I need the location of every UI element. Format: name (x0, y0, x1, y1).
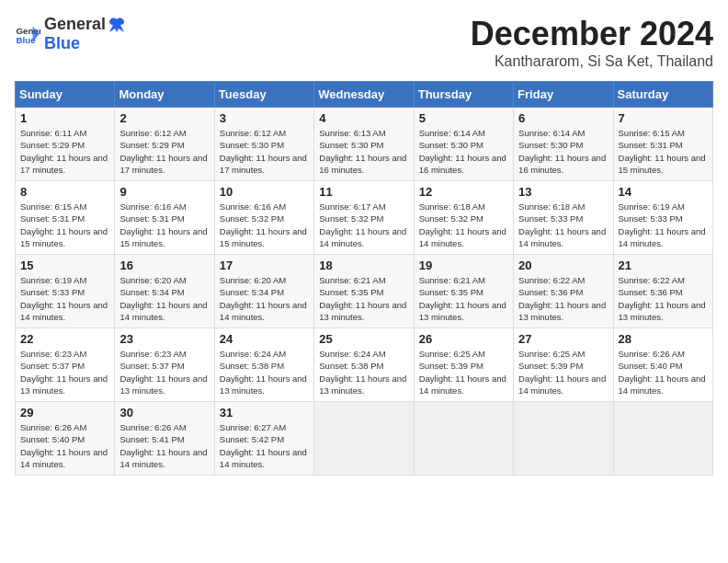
day-number: 12 (419, 185, 508, 199)
month-title: December 2024 (471, 15, 713, 53)
calendar-week-row: 22 Sunrise: 6:23 AM Sunset: 5:37 PM Dayl… (16, 328, 713, 402)
day-info: Sunrise: 6:16 AM Sunset: 5:31 PM Dayligh… (119, 201, 209, 249)
day-number: 9 (119, 185, 209, 199)
calendar-day-cell: 9 Sunrise: 6:16 AM Sunset: 5:31 PM Dayli… (115, 181, 214, 255)
calendar-day-cell: 7 Sunrise: 6:15 AM Sunset: 5:31 PM Dayli… (613, 108, 712, 181)
day-number: 25 (319, 332, 408, 346)
day-number: 17 (220, 259, 309, 272)
weekday-header-friday: Friday (514, 82, 613, 108)
calendar-day-cell: 24 Sunrise: 6:24 AM Sunset: 5:38 PM Dayl… (214, 328, 313, 402)
day-info: Sunrise: 6:18 AM Sunset: 5:33 PM Dayligh… (518, 201, 608, 249)
day-number: 27 (518, 332, 608, 346)
calendar-week-row: 15 Sunrise: 6:19 AM Sunset: 5:33 PM Dayl… (16, 255, 713, 328)
calendar-day-cell: 27 Sunrise: 6:25 AM Sunset: 5:39 PM Dayl… (514, 328, 613, 402)
day-info: Sunrise: 6:15 AM Sunset: 5:31 PM Dayligh… (619, 127, 708, 176)
calendar-day-cell: 6 Sunrise: 6:14 AM Sunset: 5:30 PM Dayli… (514, 108, 613, 181)
weekday-header-sunday: Sunday (16, 82, 115, 108)
day-info: Sunrise: 6:16 AM Sunset: 5:32 PM Dayligh… (220, 201, 309, 249)
calendar-week-row: 8 Sunrise: 6:15 AM Sunset: 5:31 PM Dayli… (16, 181, 713, 255)
calendar-day-cell: 15 Sunrise: 6:19 AM Sunset: 5:33 PM Dayl… (16, 255, 115, 328)
calendar-day-cell: 26 Sunrise: 6:25 AM Sunset: 5:39 PM Dayl… (414, 328, 513, 402)
day-number: 28 (619, 332, 708, 346)
weekday-header-thursday: Thursday (414, 82, 513, 108)
day-info: Sunrise: 6:20 AM Sunset: 5:34 PM Dayligh… (220, 274, 309, 323)
day-number: 24 (220, 332, 309, 346)
calendar-day-cell: 28 Sunrise: 6:26 AM Sunset: 5:40 PM Dayl… (613, 328, 712, 402)
calendar-day-cell: 13 Sunrise: 6:18 AM Sunset: 5:33 PM Dayl… (514, 181, 613, 255)
calendar-day-cell: 12 Sunrise: 6:18 AM Sunset: 5:32 PM Dayl… (414, 181, 513, 255)
calendar-day-cell: 19 Sunrise: 6:21 AM Sunset: 5:35 PM Dayl… (414, 255, 513, 328)
day-number: 5 (419, 111, 508, 125)
day-info: Sunrise: 6:11 AM Sunset: 5:29 PM Dayligh… (20, 127, 109, 176)
day-number: 18 (319, 259, 408, 272)
svg-text:Blue: Blue (16, 35, 36, 45)
day-info: Sunrise: 6:26 AM Sunset: 5:41 PM Dayligh… (119, 421, 209, 470)
day-number: 29 (20, 406, 109, 419)
empty-day-cell (414, 402, 513, 476)
calendar-day-cell: 23 Sunrise: 6:23 AM Sunset: 5:37 PM Dayl… (115, 328, 214, 402)
calendar-week-row: 1 Sunrise: 6:11 AM Sunset: 5:29 PM Dayli… (16, 108, 713, 181)
calendar-day-cell: 11 Sunrise: 6:17 AM Sunset: 5:32 PM Dayl… (314, 181, 414, 255)
day-number: 26 (419, 332, 508, 346)
logo-general-text: General (44, 15, 106, 34)
calendar-day-cell: 1 Sunrise: 6:11 AM Sunset: 5:29 PM Dayli… (16, 108, 115, 181)
day-number: 6 (518, 111, 608, 125)
day-info: Sunrise: 6:14 AM Sunset: 5:30 PM Dayligh… (419, 127, 508, 176)
day-info: Sunrise: 6:19 AM Sunset: 5:33 PM Dayligh… (20, 274, 109, 323)
day-info: Sunrise: 6:18 AM Sunset: 5:32 PM Dayligh… (419, 201, 508, 249)
day-info: Sunrise: 6:12 AM Sunset: 5:30 PM Dayligh… (220, 127, 309, 176)
calendar-day-cell: 3 Sunrise: 6:12 AM Sunset: 5:30 PM Dayli… (214, 108, 313, 181)
day-number: 19 (419, 259, 508, 272)
day-info: Sunrise: 6:17 AM Sunset: 5:32 PM Dayligh… (319, 201, 408, 249)
weekday-header-monday: Monday (115, 82, 214, 108)
logo-bird-icon (108, 16, 126, 34)
weekday-header-tuesday: Tuesday (214, 82, 313, 108)
day-number: 11 (319, 185, 408, 199)
day-info: Sunrise: 6:26 AM Sunset: 5:40 PM Dayligh… (20, 421, 109, 470)
day-info: Sunrise: 6:23 AM Sunset: 5:37 PM Dayligh… (20, 348, 109, 396)
calendar-day-cell: 10 Sunrise: 6:16 AM Sunset: 5:32 PM Dayl… (214, 181, 313, 255)
weekday-header-row: SundayMondayTuesdayWednesdayThursdayFrid… (16, 82, 713, 108)
day-number: 20 (518, 259, 608, 272)
calendar-day-cell: 25 Sunrise: 6:24 AM Sunset: 5:38 PM Dayl… (314, 328, 414, 402)
day-info: Sunrise: 6:27 AM Sunset: 5:42 PM Dayligh… (220, 421, 309, 470)
calendar-day-cell: 22 Sunrise: 6:23 AM Sunset: 5:37 PM Dayl… (16, 328, 115, 402)
day-number: 15 (20, 259, 109, 272)
calendar-day-cell: 18 Sunrise: 6:21 AM Sunset: 5:35 PM Dayl… (314, 255, 414, 328)
title-section: December 2024 Kanthararom, Si Sa Ket, Th… (471, 15, 713, 70)
weekday-header-saturday: Saturday (613, 82, 712, 108)
calendar-day-cell: 31 Sunrise: 6:27 AM Sunset: 5:42 PM Dayl… (214, 402, 313, 476)
day-number: 10 (220, 185, 309, 199)
day-number: 1 (20, 111, 109, 125)
empty-day-cell (613, 402, 712, 476)
calendar-day-cell: 16 Sunrise: 6:20 AM Sunset: 5:34 PM Dayl… (115, 255, 214, 328)
day-number: 16 (119, 259, 209, 272)
calendar-day-cell: 5 Sunrise: 6:14 AM Sunset: 5:30 PM Dayli… (414, 108, 513, 181)
calendar-day-cell: 21 Sunrise: 6:22 AM Sunset: 5:36 PM Dayl… (613, 255, 712, 328)
logo-blue-text: Blue (44, 34, 80, 52)
day-info: Sunrise: 6:15 AM Sunset: 5:31 PM Dayligh… (20, 201, 109, 249)
day-info: Sunrise: 6:12 AM Sunset: 5:29 PM Dayligh… (119, 127, 209, 176)
day-info: Sunrise: 6:13 AM Sunset: 5:30 PM Dayligh… (319, 127, 408, 176)
calendar-day-cell: 2 Sunrise: 6:12 AM Sunset: 5:29 PM Dayli… (115, 108, 214, 181)
location-title: Kanthararom, Si Sa Ket, Thailand (471, 53, 713, 70)
day-info: Sunrise: 6:26 AM Sunset: 5:40 PM Dayligh… (619, 348, 708, 396)
day-number: 23 (119, 332, 209, 346)
day-info: Sunrise: 6:25 AM Sunset: 5:39 PM Dayligh… (419, 348, 508, 396)
day-number: 3 (220, 111, 309, 125)
logo: General Blue General Blue (15, 15, 126, 53)
calendar-day-cell: 20 Sunrise: 6:22 AM Sunset: 5:36 PM Dayl… (514, 255, 613, 328)
day-info: Sunrise: 6:19 AM Sunset: 5:33 PM Dayligh… (619, 201, 708, 249)
day-number: 4 (319, 111, 408, 125)
calendar-day-cell: 29 Sunrise: 6:26 AM Sunset: 5:40 PM Dayl… (16, 402, 115, 476)
day-number: 2 (119, 111, 209, 125)
weekday-header-wednesday: Wednesday (314, 82, 414, 108)
calendar-table: SundayMondayTuesdayWednesdayThursdayFrid… (15, 81, 713, 476)
day-info: Sunrise: 6:20 AM Sunset: 5:34 PM Dayligh… (119, 274, 209, 323)
day-info: Sunrise: 6:22 AM Sunset: 5:36 PM Dayligh… (619, 274, 708, 323)
calendar-day-cell: 4 Sunrise: 6:13 AM Sunset: 5:30 PM Dayli… (314, 108, 414, 181)
day-number: 13 (518, 185, 608, 199)
day-info: Sunrise: 6:24 AM Sunset: 5:38 PM Dayligh… (319, 348, 408, 396)
day-info: Sunrise: 6:25 AM Sunset: 5:39 PM Dayligh… (518, 348, 608, 396)
day-info: Sunrise: 6:21 AM Sunset: 5:35 PM Dayligh… (419, 274, 508, 323)
